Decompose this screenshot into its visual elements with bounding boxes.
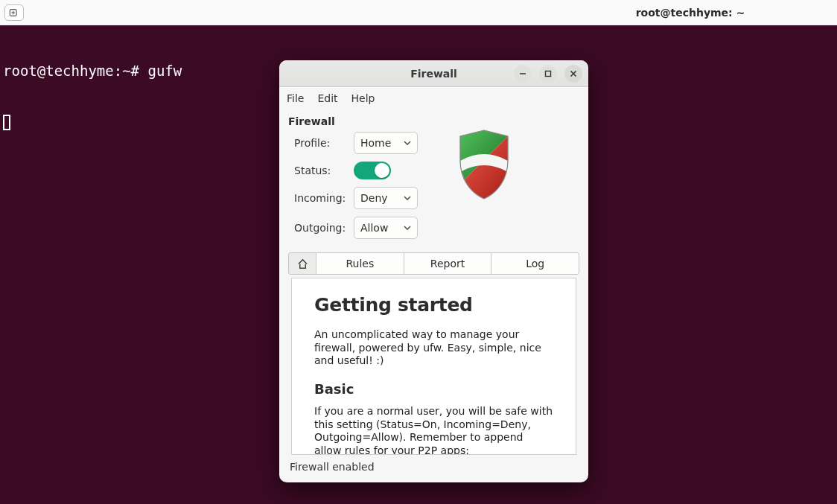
- panel-body: If you are a normal user, you will be sa…: [314, 405, 553, 455]
- panel-subheading: Basic: [314, 381, 553, 398]
- section-firewall-label: Firewall: [279, 109, 588, 132]
- close-button[interactable]: [564, 65, 582, 83]
- tab-report-label: Report: [430, 258, 465, 269]
- outgoing-label: Outgoing:: [294, 222, 354, 234]
- menubar: File Edit Help: [279, 87, 588, 109]
- status-switch[interactable]: [354, 162, 391, 179]
- chevron-down-icon: [404, 194, 411, 202]
- window-titlebar[interactable]: Firewall: [279, 60, 588, 87]
- tab-log-label: Log: [526, 258, 544, 269]
- incoming-value: Deny: [360, 192, 388, 204]
- incoming-combo[interactable]: Deny: [354, 187, 418, 209]
- close-icon: [570, 70, 577, 77]
- maximize-icon: [544, 70, 552, 77]
- chevron-down-icon: [404, 139, 411, 147]
- outgoing-combo[interactable]: Allow: [354, 217, 418, 239]
- profile-label: Profile:: [294, 137, 354, 149]
- status-text: Firewall enabled: [290, 461, 375, 473]
- outgoing-value: Allow: [360, 222, 388, 234]
- terminal-cursor: [3, 115, 10, 130]
- menu-edit[interactable]: Edit: [317, 92, 337, 104]
- menu-file[interactable]: File: [287, 92, 304, 104]
- terminal-command: gufw: [147, 63, 182, 79]
- profile-value: Home: [360, 137, 391, 149]
- statusbar: Firewall enabled: [279, 455, 588, 480]
- tab-strip: Rules Report Log: [288, 252, 579, 275]
- tab-home[interactable]: [288, 252, 316, 275]
- desktop-titlebar: root@techhyme: ~: [0, 0, 837, 25]
- tab-report[interactable]: Report: [404, 252, 492, 275]
- new-tab-icon: [9, 7, 19, 18]
- minimize-icon: [519, 70, 526, 77]
- shield-icon: [454, 127, 514, 202]
- minimize-button[interactable]: [514, 65, 532, 83]
- svg-rect-4: [546, 71, 551, 76]
- status-label: Status:: [294, 165, 354, 176]
- menu-help[interactable]: Help: [351, 92, 375, 104]
- incoming-label: Incoming:: [294, 192, 354, 204]
- content-panel[interactable]: Getting started An uncomplicated way to …: [291, 278, 576, 455]
- terminal-prompt: root@techhyme:~#: [3, 63, 139, 79]
- window-title-text: root@techhyme: ~: [92, 7, 745, 19]
- window-title: root@techhyme: ~: [0, 7, 837, 19]
- maximize-button[interactable]: [539, 65, 557, 83]
- chevron-down-icon: [404, 224, 411, 232]
- profile-combo[interactable]: Home: [354, 132, 418, 154]
- tab-rules-label: Rules: [346, 258, 374, 269]
- switch-knob: [375, 163, 389, 178]
- home-icon: [297, 258, 308, 269]
- panel-heading: Getting started: [314, 293, 553, 316]
- new-tab-button[interactable]: [4, 4, 24, 21]
- panel-intro: An uncomplicated way to manage your fire…: [314, 328, 553, 368]
- settings-area: Profile: Home Status: Incoming: Deny Out…: [279, 132, 588, 242]
- tab-log[interactable]: Log: [491, 252, 579, 275]
- tab-rules[interactable]: Rules: [316, 252, 404, 275]
- firewall-window: Firewall File Edit Help Firewall Profile…: [279, 60, 588, 482]
